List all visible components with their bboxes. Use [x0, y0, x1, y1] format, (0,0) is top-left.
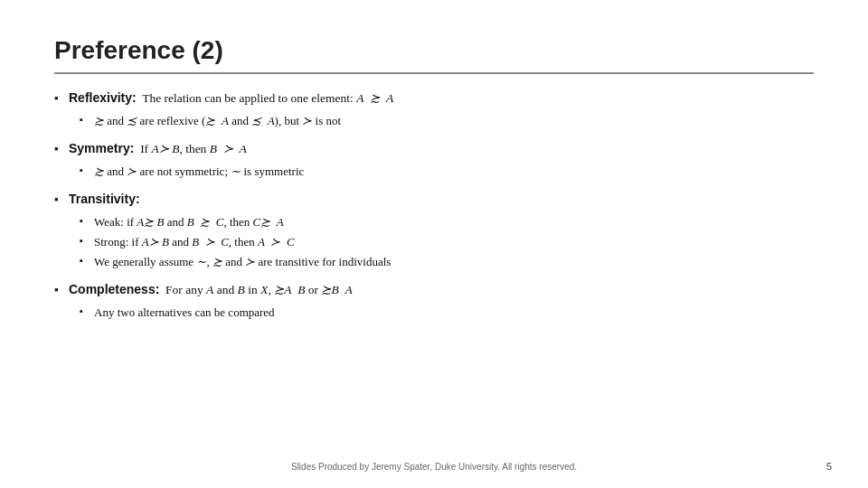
section-completeness: ▪ Completeness: For any A and B in X, ≿A… — [54, 280, 814, 322]
slide-content: ▪ Reflexivity: The relation can be appli… — [54, 89, 814, 323]
bullet-symmetry: ▪ Symmetry: If A≻ B, then B ≻ A — [54, 139, 814, 159]
sub-reflexivity-text: ≿ ≿ and ≾ are reflexive (≿ A and ≾ A), b… — [94, 112, 341, 130]
sub-bullet-reflexivity-1: ▪ ≿ ≿ and ≾ are reflexive (≿ A and ≾ A),… — [80, 112, 814, 130]
sub-symmetry-text: ≿ and ≻ are not symmetric; ∼ is symmetri… — [94, 163, 304, 181]
sub-transitivity-weak: Weak: if A≿ B and B ≿ C, then C≿ A — [94, 213, 284, 231]
bullet-icon-reflexivity: ▪ — [54, 89, 63, 108]
symmetry-text: Symmetry: If A≻ B, then B ≻ A — [69, 139, 247, 159]
sub-bullet-transitivity-general: ▪ We generally assume ∼, ≿ and ≻ are tra… — [80, 253, 814, 271]
sub-bullet-completeness-1: ▪ Any two alternatives can be compared — [80, 304, 814, 322]
sub-icon-general: ▪ — [80, 253, 89, 268]
sub-transitivity-strong: Strong: if A≻ B and B ≻ C, then A ≻ C — [94, 233, 295, 251]
symmetry-sub: ▪ ≿ and ≻ are not symmetric; ∼ is symmet… — [80, 163, 814, 181]
slide-footer: Slides Produced by Jeremy Spater, Duke U… — [0, 462, 868, 472]
bullet-icon-completeness: ▪ — [54, 281, 63, 299]
sub-icon-completeness: ▪ — [80, 304, 89, 319]
reflexivity-sub: ▪ ≿ ≿ and ≾ are reflexive (≿ A and ≾ A),… — [80, 112, 814, 130]
bullet-transitivity: ▪ Transitivity: — [54, 190, 814, 210]
bullet-completeness: ▪ Completeness: For any A and B in X, ≿A… — [54, 280, 814, 300]
symmetry-label: Symmetry: — [69, 141, 134, 155]
slide-title: Preference (2) — [54, 36, 814, 65]
bullet-reflexivity: ▪ Reflexivity: The relation can be appli… — [54, 89, 814, 108]
completeness-sub: ▪ Any two alternatives can be compared — [80, 304, 814, 322]
completeness-label: Completeness: — [69, 282, 159, 296]
bullet-icon-transitivity: ▪ — [54, 191, 63, 209]
reflexivity-text: Reflexivity: The relation can be applied… — [69, 89, 393, 108]
section-symmetry: ▪ Symmetry: If A≻ B, then B ≻ A ▪ ≿ and … — [54, 139, 814, 181]
completeness-text: Completeness: For any A and B in X, ≿A B… — [69, 280, 353, 300]
sub-completeness-text: Any two alternatives can be compared — [94, 304, 275, 322]
transitivity-title: Transitivity: — [69, 192, 140, 206]
sub-bullet-transitivity-weak: ▪ Weak: if A≿ B and B ≿ C, then C≿ A — [80, 213, 814, 231]
bullet-icon-symmetry: ▪ — [54, 140, 63, 158]
title-divider — [54, 72, 814, 74]
slide: Preference (2) ▪ Reflexivity: The relati… — [0, 0, 868, 488]
sub-bullet-transitivity-strong: ▪ Strong: if A≻ B and B ≻ C, then A ≻ C — [80, 233, 814, 251]
section-transitivity: ▪ Transitivity: ▪ Weak: if A≿ B and B ≿ … — [54, 190, 814, 271]
section-reflexivity: ▪ Reflexivity: The relation can be appli… — [54, 89, 814, 130]
sub-bullet-symmetry-1: ▪ ≿ and ≻ are not symmetric; ∼ is symmet… — [80, 163, 814, 181]
sub-bullet-icon-1: ▪ — [80, 112, 89, 127]
page-number: 5 — [826, 461, 832, 472]
transitivity-sub: ▪ Weak: if A≿ B and B ≿ C, then C≿ A ▪ S… — [80, 213, 814, 271]
sub-transitivity-general: We generally assume ∼, ≿ and ≻ are trans… — [94, 253, 391, 271]
transitivity-label: Transitivity: — [69, 190, 140, 210]
sub-icon-strong: ▪ — [80, 233, 89, 249]
sub-icon-weak: ▪ — [80, 213, 89, 229]
reflexivity-label: Reflexivity: — [69, 90, 137, 105]
sub-bullet-icon-sym: ▪ — [80, 163, 89, 178]
